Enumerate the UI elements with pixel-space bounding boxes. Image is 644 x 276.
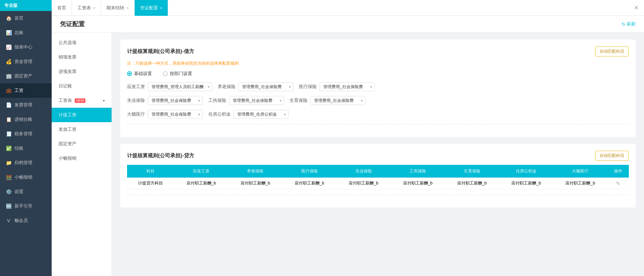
- sidebar-label-archive: 归档管理: [14, 160, 32, 166]
- field-housing-fund: 住房公积金 管理费用_住房公积金 ▾: [208, 110, 289, 119]
- auto-match-btn-credit[interactable]: 自动匹配科目: [595, 151, 629, 161]
- sidebar-item-archive[interactable]: 📁 归档管理: [0, 156, 52, 170]
- field-salary: 应发工资 管理费用_管理人员职工薪酬 ▾: [127, 82, 212, 91]
- sidebar-label-home: 首页: [14, 15, 23, 21]
- select-housing-fund[interactable]: 管理费用_住房公积金: [233, 110, 289, 119]
- cell-row0-col7: 应付职工薪酬_b: [499, 178, 553, 189]
- tab-voucher-config-close[interactable]: ×: [160, 6, 162, 10]
- radio-basic[interactable]: 基础设置: [127, 71, 152, 77]
- select-injury[interactable]: 管理费用_社会保险费: [229, 96, 284, 105]
- select-large-medical[interactable]: 管理费用_社会保险费: [148, 110, 203, 119]
- left-menu-fixed-assets-menu-label: 固定资产: [59, 141, 76, 147]
- tab-payroll-close[interactable]: ×: [93, 6, 95, 10]
- left-menu-public-label: 公共选项: [59, 40, 76, 46]
- col-header-housing: 住房公积金: [499, 165, 553, 178]
- close-account-icon: ✅: [6, 146, 12, 151]
- sidebar-item-settings[interactable]: ⚙️ 设置: [0, 184, 52, 199]
- sidebar-item-guide[interactable]: 🆕 新手引导: [0, 199, 52, 213]
- radio-department-circle: [163, 71, 168, 76]
- tab-payroll[interactable]: 工资表 ×: [72, 0, 101, 16]
- sidebar-item-general-ledger[interactable]: 📊 总账: [0, 25, 52, 40]
- sidebar-label-general-ledger: 总账: [14, 30, 23, 36]
- left-menu-payroll-table[interactable]: 工资表 NEW ▾: [52, 93, 112, 108]
- select-medical-wrapper: 管理费用_社会保险费 ▾: [320, 82, 375, 91]
- credit-table: 科目 应发工资 养老保险 医疗保险 失业保险 工伤保险 生育保险 住房公积金 大…: [127, 165, 629, 189]
- sidebar-item-invoice[interactable]: 📄 发票管理: [0, 98, 52, 112]
- radio-department-label: 按部门设置: [170, 71, 192, 77]
- left-menu-pay-salary[interactable]: 发放工资: [52, 122, 112, 137]
- col-header-maternity: 生育保险: [445, 165, 499, 178]
- expand-icon: ▾: [103, 99, 105, 103]
- expense-icon: 🧮: [6, 174, 12, 180]
- content-wrap: 公共选项 销项发票 进项发票 日记账 工资表 NEW ▾ 计提工资: [52, 33, 644, 276]
- left-menu-sales-invoice[interactable]: 销项发票: [52, 50, 112, 64]
- sidebar-item-home[interactable]: 🏠 首页: [0, 11, 52, 25]
- select-salary-wrapper: 管理费用_管理人员职工薪酬 ▾: [148, 82, 212, 91]
- sidebar-item-salary[interactable]: 💼 工资: [0, 83, 52, 98]
- sidebar-item-sales-ledger[interactable]: 📋 进销台账: [0, 112, 52, 127]
- vip-icon: V: [6, 218, 12, 223]
- edit-icon[interactable]: ✎: [616, 181, 620, 186]
- col-header-pension: 养老保险: [228, 165, 282, 178]
- cell-row0-col6: 应付职工薪酬_b: [445, 178, 499, 189]
- section2-header: 计提核算规则(公司承担)-贷方 自动匹配科目: [127, 151, 629, 161]
- col-header-unemployment: 失业保险: [336, 165, 391, 178]
- left-menu-payroll-table-label: 工资表: [59, 97, 72, 104]
- page-title: 凭证配置: [60, 20, 85, 28]
- refresh-button[interactable]: ↻ 刷新: [622, 21, 636, 27]
- sidebar-label-tax: 税务管理: [14, 131, 32, 137]
- field-medical: 医疗保险 管理费用_社会保险费 ▾: [299, 82, 375, 91]
- sidebar-label-guide: 新手引导: [14, 203, 32, 209]
- sidebar-item-fixed-assets[interactable]: 🏢 固定资产: [0, 69, 52, 83]
- right-content: 计提核算规则(公司承担)-借方 自动匹配科目 注：只能选择一种方式，系统将按照您…: [112, 33, 644, 276]
- brand: 专业版: [0, 0, 52, 11]
- sidebar-label-reports: 报表中心: [14, 44, 32, 50]
- section-credit: 计提核算规则(公司承担)-贷方 自动匹配科目 科目 应发工资 养老保险 医疗保险…: [120, 144, 636, 208]
- sidebar-item-funds[interactable]: 💰 资金管理: [0, 54, 52, 69]
- tab-period-close-close[interactable]: ×: [126, 6, 128, 10]
- guide-icon: 🆕: [6, 203, 12, 209]
- sidebar-item-reports[interactable]: 📈 报表中心: [0, 40, 52, 54]
- radio-department[interactable]: 按部门设置: [163, 71, 192, 77]
- left-menu-accrual-salary[interactable]: 计提工资: [52, 108, 112, 122]
- page-header: 凭证配置 ↻ 刷新: [52, 16, 644, 33]
- select-injury-wrapper: 管理费用_社会保险费 ▾: [229, 96, 284, 105]
- sidebar-item-vip[interactable]: V 畅会员: [0, 213, 52, 228]
- tab-period-close[interactable]: 期末结转 ×: [101, 0, 134, 16]
- left-menu-purchase-invoice-label: 进项发票: [59, 68, 76, 75]
- field-injury: 工伤保险 管理费用_社会保险费 ▾: [208, 96, 284, 105]
- tab-voucher-config-label: 凭证配置: [140, 5, 158, 11]
- table-row: 计提贷方科目 应付职工薪酬_b 应付职工薪酬_b 应付职工薪酬_b 应付职工薪酬…: [127, 178, 629, 189]
- col-header-injury: 工伤保险: [391, 165, 445, 178]
- ledger-icon: 📊: [6, 30, 12, 35]
- section2-divider: [127, 195, 629, 195]
- select-unemployment[interactable]: 管理费用_社会保险费: [148, 96, 203, 105]
- left-menu-fixed-assets-menu[interactable]: 固定资产: [52, 137, 112, 151]
- cell-row0-col5: 应付职工薪酬_b: [391, 178, 445, 189]
- select-salary[interactable]: 管理费用_管理人员职工薪酬: [148, 82, 212, 91]
- left-menu-sales-invoice-label: 销项发票: [59, 54, 76, 60]
- auto-match-btn-debit[interactable]: 自动匹配科目: [595, 46, 629, 56]
- left-menu-accrual-salary-label: 计提工资: [59, 112, 76, 118]
- sidebar-item-expense[interactable]: 🧮 小畅报销: [0, 170, 52, 184]
- topnav-close-all[interactable]: ✕: [629, 0, 644, 16]
- sidebar-label-expense: 小畅报销: [14, 174, 32, 180]
- tab-home[interactable]: 首页: [52, 0, 72, 16]
- label-unemployment: 失业保险: [127, 97, 145, 104]
- left-menu-public[interactable]: 公共选项: [52, 35, 112, 50]
- cell-row0-col4: 应付职工薪酬_b: [336, 178, 391, 189]
- select-pension[interactable]: 管理费用_社会保险费: [238, 82, 293, 91]
- funds-icon: 💰: [6, 59, 12, 64]
- left-menu-purchase-invoice[interactable]: 进项发票: [52, 64, 112, 79]
- col-header-large-medical: 大额医疗: [553, 165, 607, 178]
- sidebar-item-close-account[interactable]: ✅ 结账: [0, 141, 52, 156]
- left-menu-journal[interactable]: 日记账: [52, 79, 112, 93]
- tab-payroll-label: 工资表: [77, 5, 91, 11]
- sidebar-item-tax[interactable]: 🧾 税务管理: [0, 127, 52, 141]
- cell-row0-action[interactable]: ✎: [607, 178, 629, 189]
- select-maternity[interactable]: 管理费用_社会保险费: [310, 96, 365, 105]
- select-medical[interactable]: 管理费用_社会保险费: [320, 82, 375, 91]
- col-header-medical: 医疗保险: [282, 165, 336, 178]
- tab-voucher-config[interactable]: 凭证配置 ×: [135, 0, 168, 16]
- left-menu-expense-menu[interactable]: 小畅报销: [52, 151, 112, 166]
